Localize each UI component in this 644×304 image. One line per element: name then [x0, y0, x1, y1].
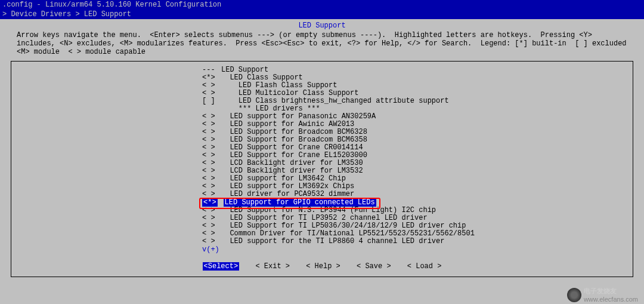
save-button[interactable]: < Save >: [357, 262, 391, 271]
select-button[interactable]: <Select>: [203, 262, 240, 271]
menu-list[interactable]: ---LED Support<*> LED Class Support< > L…: [202, 66, 633, 245]
window-titlebar: .config - Linux/arm64 5.10.160 Kernel Co…: [0, 0, 644, 10]
watermark-icon: [567, 288, 581, 302]
watermark-line1: 电子发烧友: [584, 287, 638, 296]
menu-item[interactable]: < > LED support for the TI LP8860 4 chan…: [202, 238, 633, 245]
breadcrumb: > Device Drivers > LED Support: [0, 10, 644, 19]
load-button[interactable]: < Load >: [407, 262, 442, 271]
scroll-indicator: v(+): [202, 245, 633, 254]
button-bar: <Select> < Exit > < Help > < Save > < Lo…: [11, 262, 633, 271]
menu-item[interactable]: < > LED driver for PCA9532 dimmer: [202, 191, 633, 198]
menu-box: ---LED Support<*> LED Class Support< > L…: [11, 61, 633, 277]
watermark-line2: www.elecfans.com: [584, 296, 638, 303]
main-area: LED Support Arrow keys navigate the menu…: [0, 19, 644, 304]
help-button[interactable]: < Help >: [306, 262, 340, 271]
page-title: LED Support: [5, 22, 639, 30]
exit-button[interactable]: < Exit >: [255, 262, 290, 271]
watermark: 电子发烧友 www.elecfans.com: [567, 287, 638, 303]
help-text: Arrow keys navigate the menu. <Enter> se…: [17, 31, 627, 56]
